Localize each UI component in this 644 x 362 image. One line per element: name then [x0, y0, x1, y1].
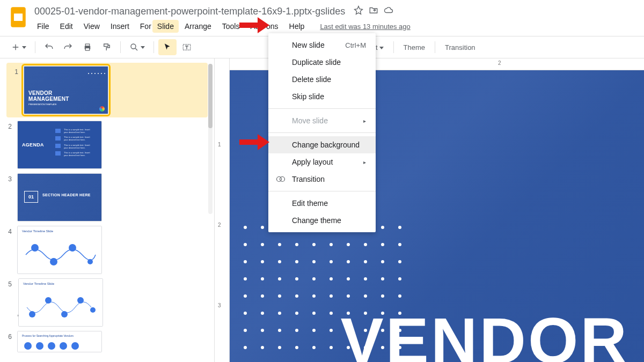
last-edit-link[interactable]: Last edit was 13 minutes ago: [320, 23, 410, 31]
select-tool[interactable]: [158, 39, 177, 55]
transition-button[interactable]: Transition: [440, 40, 481, 55]
svg-rect-5: [85, 48, 90, 51]
new-slide-button[interactable]: [6, 39, 31, 55]
slide-title-text[interactable]: VENDOR: [341, 304, 629, 362]
menu-delete-slide[interactable]: Delete slide: [268, 71, 376, 88]
thumbnail-row-6[interactable]: 6 Process for Searching Appropriate Vend…: [0, 329, 214, 354]
svg-point-18: [280, 177, 285, 182]
svg-point-8: [31, 244, 39, 252]
thumbnail-row-1[interactable]: 1 VENDOR MANAGEMENT PRESENTATION TEMPLAT…: [6, 63, 208, 117]
thumbnail-number: 6: [3, 331, 12, 341]
menu-insert[interactable]: Insert: [106, 20, 134, 33]
svg-point-15: [77, 297, 84, 304]
thumbnail-row-2[interactable]: 2 AGENDA This is a sample text. Insertyo…: [0, 119, 214, 171]
menu-slide[interactable]: Slide: [152, 20, 179, 33]
doc-title-row: 00025-01-vendor-management-powerpoint-te…: [32, 4, 635, 19]
thumbnail-6[interactable]: Process for Searching Appropriate Vendor…: [17, 331, 102, 352]
thumbnail-number: 2: [3, 121, 12, 130]
thumbnail-4[interactable]: Vendor Timeline Slide: [17, 226, 102, 274]
thumbnail-number: 4: [3, 226, 12, 235]
doc-title[interactable]: 00025-01-vendor-management-powerpoint-te…: [34, 6, 345, 17]
svg-point-14: [61, 311, 68, 317]
slide-menu-dropdown: New slideCtrl+M Duplicate slide Delete s…: [268, 33, 376, 232]
svg-point-6: [131, 44, 136, 49]
thumbnail-2[interactable]: AGENDA This is a sample text. Insertyour…: [17, 121, 102, 169]
menu-change-theme[interactable]: Change theme: [268, 212, 376, 229]
menu-duplicate-slide[interactable]: Duplicate slide: [268, 54, 376, 71]
thumbnail-3[interactable]: 01 SECTION HEADER HERE: [17, 173, 102, 221]
menu-help[interactable]: Help: [284, 20, 310, 33]
move-to-folder-icon[interactable]: [369, 5, 378, 18]
svg-point-13: [45, 297, 52, 304]
svg-rect-4: [85, 44, 90, 46]
google-slides-logo[interactable]: [9, 4, 28, 30]
cloud-status-icon[interactable]: [384, 5, 393, 18]
svg-point-12: [29, 311, 35, 317]
annotation-arrow-2: [239, 134, 269, 152]
svg-marker-20: [258, 17, 269, 33]
menu-format[interactable]: Format: [135, 20, 151, 33]
zoom-button[interactable]: [125, 39, 149, 55]
menu-edit-theme[interactable]: Edit theme: [268, 195, 376, 212]
star-icon[interactable]: [354, 5, 363, 18]
thumbnail-row-4[interactable]: 4 Vendor Timeline Slide: [0, 224, 214, 276]
menu-arrange[interactable]: Arrange: [180, 20, 216, 33]
thumbnail-1[interactable]: VENDOR MANAGEMENT PRESENTATION TEMPLATE: [24, 66, 108, 114]
thumbnail-number: 3: [3, 173, 12, 183]
menu-edit[interactable]: Edit: [55, 20, 78, 33]
menu-view[interactable]: View: [79, 20, 105, 33]
redo-button[interactable]: [59, 39, 77, 55]
vertical-ruler[interactable]: 1 2 3: [215, 58, 230, 362]
menu-transition[interactable]: Transition: [268, 171, 376, 188]
print-button[interactable]: [78, 39, 97, 55]
thumbnail-number: 5: [3, 278, 12, 288]
annotation-arrow-1: [239, 17, 269, 35]
menu-file[interactable]: File: [32, 20, 54, 33]
thumbnail-number: 1: [10, 66, 18, 76]
undo-button[interactable]: [40, 39, 58, 55]
thumbnail-5[interactable]: Vendor Timeline Slide: [18, 278, 103, 327]
menu-move-slide: Move slide▸: [268, 112, 376, 129]
svg-rect-19: [239, 23, 258, 28]
menu-apply-layout[interactable]: Apply layout▸: [268, 153, 376, 171]
thumbnail-row-5[interactable]: 5 Vendor Timeline Slide: [0, 276, 214, 329]
transition-icon: [276, 174, 286, 184]
thumbnail-panel[interactable]: 1 VENDOR MANAGEMENT PRESENTATION TEMPLAT…: [0, 58, 215, 362]
scrollbar-thumb[interactable]: [208, 64, 213, 128]
menu-skip-slide[interactable]: Skip slide: [268, 88, 376, 105]
menu-new-slide[interactable]: New slideCtrl+M: [268, 36, 376, 54]
logo-icon: [99, 106, 105, 112]
svg-rect-1: [13, 13, 23, 21]
svg-point-11: [87, 259, 93, 264]
svg-point-9: [50, 258, 57, 265]
thumbnail-row-3[interactable]: 3 01 SECTION HEADER HERE: [0, 171, 214, 224]
svg-point-10: [69, 244, 76, 252]
theme-button[interactable]: Theme: [398, 40, 430, 55]
menu-change-background[interactable]: Change background: [268, 136, 376, 153]
svg-point-16: [90, 307, 96, 313]
svg-rect-21: [239, 139, 258, 145]
app-header: 00025-01-vendor-management-powerpoint-te…: [0, 0, 644, 36]
text-box-tool[interactable]: [178, 39, 196, 55]
svg-marker-22: [258, 134, 269, 150]
paint-format-button[interactable]: [98, 39, 116, 55]
